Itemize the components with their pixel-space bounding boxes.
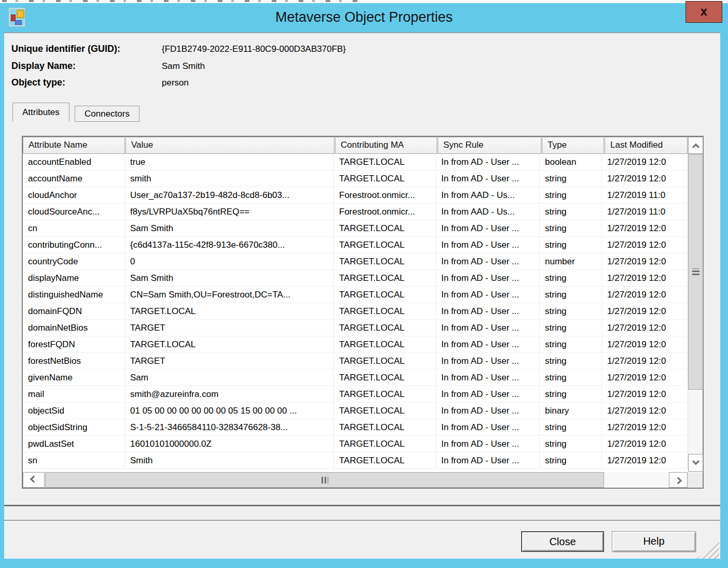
scrollbar-corner	[688, 472, 703, 488]
table-cell: string	[540, 204, 602, 220]
table-cell: TARGET.LOCAL	[125, 303, 334, 319]
table-cell: TARGET.LOCAL	[334, 220, 436, 236]
screen: Metaverse Object Properties x Unique ide…	[0, 0, 728, 568]
column-header-last-modified[interactable]: Last Modified	[605, 137, 688, 154]
table-row[interactable]: forestFQDNTARGET.LOCALTARGET.LOCALIn fro…	[23, 336, 688, 353]
table-row[interactable]: givenNameSamTARGET.LOCALIn from AD - Use…	[23, 370, 688, 386]
vertical-scrollbar[interactable]	[688, 137, 703, 469]
info-value: person	[162, 78, 189, 88]
info-value: {FD1B2749-2022-E911-80C9-000D3AB370FB}	[162, 44, 346, 54]
table-cell: accountName	[23, 171, 125, 187]
table-row[interactable]: cnSam SmithTARGET.LOCALIn from AD - User…	[23, 220, 688, 237]
table-cell: TARGET.LOCAL	[334, 154, 436, 170]
table-row[interactable]: cloudSourceAnc...f8ys/LVRPUaX5bq76ntREQ=…	[23, 204, 688, 220]
table-cell: In from AD - User ...	[436, 220, 540, 236]
info-label: Object type:	[11, 77, 162, 88]
table-cell: 1/27/2019 12:0	[602, 370, 688, 386]
resize-grip-icon[interactable]	[696, 541, 719, 559]
table-cell: TARGET.LOCAL	[334, 303, 436, 319]
table-row[interactable]: domainNetBiosTARGETTARGET.LOCALIn from A…	[23, 320, 688, 336]
dialog-client-area: Unique identifier (GUID):{FD1B2749-2022-…	[4, 32, 720, 559]
table-row[interactable]: pwdLastSet16010101000000.0ZTARGET.LOCALI…	[23, 436, 688, 452]
close-button[interactable]: Close	[521, 531, 604, 552]
metaverse-object-properties-dialog: Metaverse Object Properties x Unique ide…	[0, 3, 728, 568]
chevron-down-icon	[692, 458, 699, 465]
table-cell: sn	[23, 452, 125, 468]
tab-connectors[interactable]: Connectors	[75, 106, 139, 122]
table-cell: forestFQDN	[23, 336, 125, 352]
scroll-right-button[interactable]	[669, 472, 688, 488]
table-row[interactable]: accountNamesmithTARGET.LOCALIn from AD -…	[23, 171, 688, 187]
table-row[interactable]: countryCode0TARGET.LOCALIn from AD - Use…	[23, 253, 688, 270]
table-row[interactable]: cloudAnchorUser_ac70a137-2b19-482d-8cd8-…	[23, 187, 688, 204]
column-header-type[interactable]: Type	[542, 137, 604, 154]
tab-attributes[interactable]: Attributes	[12, 103, 69, 122]
table-cell: In from AD - User ...	[436, 386, 540, 402]
help-button[interactable]: Help	[612, 531, 696, 552]
table-cell: TARGET.LOCAL	[334, 171, 436, 187]
table-cell: domainFQDN	[23, 303, 125, 319]
info-row: Display Name:Sam Smith	[11, 61, 205, 72]
column-header-attribute-name[interactable]: Attribute Name	[23, 137, 125, 154]
horizontal-scrollbar-grip-icon	[321, 477, 328, 484]
close-x-icon: x	[701, 5, 707, 18]
table-row[interactable]: domainFQDNTARGET.LOCALTARGET.LOCALIn fro…	[23, 303, 688, 320]
info-value: Sam Smith	[162, 61, 205, 71]
table-row[interactable]: mailsmith@azureinfra.comTARGET.LOCALIn f…	[23, 386, 688, 403]
tabpage-bottom-edge	[4, 505, 720, 507]
table-cell: TARGET.LOCAL	[334, 270, 436, 286]
table-row[interactable]: accountEnabledtrueTARGET.LOCALIn from AD…	[23, 154, 688, 171]
table-cell: string	[540, 419, 602, 435]
table-cell: givenName	[23, 370, 125, 386]
table-cell: Forestroot.onmicr...	[334, 187, 436, 203]
table-cell: TARGET.LOCAL	[334, 320, 436, 336]
table-cell: Sam	[125, 370, 334, 386]
table-cell: string	[540, 287, 602, 303]
table-row[interactable]: objectSid01 05 00 00 00 00 00 00 05 15 0…	[23, 403, 688, 419]
column-header-contributing-ma[interactable]: Contributing MA	[335, 137, 437, 154]
table-row[interactable]: forestNetBiosTARGETTARGET.LOCALIn from A…	[23, 353, 688, 370]
titlebar[interactable]: Metaverse Object Properties x	[0, 3, 728, 32]
table-row[interactable]: contributingConn...{c6d4137a-115c-42f8-9…	[23, 237, 688, 253]
table-cell: 01 05 00 00 00 00 00 00 05 15 00 00 00 .…	[125, 403, 334, 419]
table-cell: distinguishedName	[23, 287, 125, 303]
chevron-right-icon	[675, 477, 682, 484]
vertical-scrollbar-grip-icon	[692, 268, 699, 275]
table-cell: In from AD - User ...	[436, 336, 540, 352]
table-row[interactable]: snSmithTARGET.LOCALIn from AD - User ...…	[23, 452, 688, 469]
table-cell: TARGET.LOCAL	[334, 237, 436, 253]
table-cell: string	[540, 436, 602, 452]
horizontal-scrollbar[interactable]	[23, 472, 688, 488]
table-cell: 1/27/2019 12:0	[602, 386, 688, 402]
table-cell: f8ys/LVRPUaX5bq76ntREQ==	[125, 204, 334, 220]
table-cell: displayName	[23, 270, 125, 286]
table-cell: true	[125, 154, 334, 170]
table-cell: string	[540, 370, 602, 386]
table-cell: In from AD - User ...	[436, 287, 540, 303]
table-cell: In from AD - User ...	[436, 320, 540, 336]
info-row: Object type:person	[11, 77, 189, 89]
table-cell: TARGET.LOCAL	[334, 386, 436, 402]
table-cell: 1/27/2019 12:0	[602, 436, 688, 452]
vertical-scrollbar-thumb[interactable]	[688, 154, 703, 390]
table-cell: In from AD - User ...	[436, 403, 540, 419]
table-cell: domainNetBios	[23, 320, 125, 336]
table-cell: 0	[125, 253, 334, 269]
column-header-sync-rule[interactable]: Sync Rule	[438, 137, 541, 154]
table-cell: 1/27/2019 12:0	[602, 452, 688, 468]
table-row[interactable]: displayNameSam SmithTARGET.LOCALIn from …	[23, 270, 688, 287]
table-row[interactable]: objectSidStringS-1-5-21-3466584110-32834…	[23, 419, 688, 436]
table-cell: string	[540, 452, 602, 468]
table-cell: 1/27/2019 12:0	[602, 237, 688, 253]
scroll-up-button[interactable]	[688, 137, 703, 154]
table-cell: pwdLastSet	[23, 436, 125, 452]
table-row[interactable]: distinguishedNameCN=Sam Smith,OU=Forestr…	[23, 287, 688, 303]
horizontal-scrollbar-thumb[interactable]	[45, 472, 604, 488]
table-cell: boolean	[540, 154, 602, 170]
close-window-button[interactable]: x	[685, 1, 722, 23]
scroll-left-button[interactable]	[23, 472, 45, 488]
table-cell: {c6d4137a-115c-42f8-913e-6670c380...	[125, 237, 334, 253]
table-cell: 1/27/2019 12:0	[602, 270, 688, 286]
scroll-down-button[interactable]	[688, 454, 703, 472]
column-header-value[interactable]: Value	[125, 137, 334, 154]
